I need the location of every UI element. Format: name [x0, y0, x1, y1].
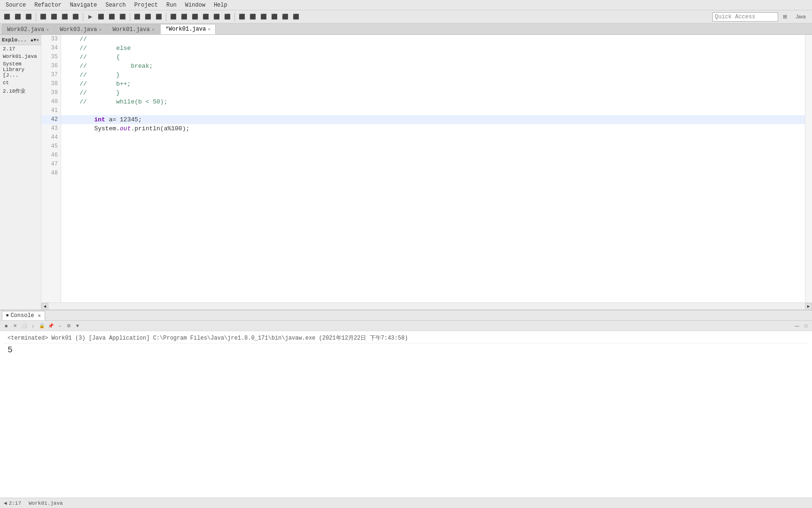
tab-work03-close[interactable]: ✕ [99, 27, 102, 32]
toolbar-btn-6[interactable]: ⬛ [60, 12, 70, 22]
code-line-36: // break; [61, 62, 805, 71]
toolbar-btn-19[interactable]: ⬛ [211, 12, 222, 22]
code-line-47 [61, 160, 805, 169]
tab-work01[interactable]: Work01.java ✕ [108, 24, 160, 34]
toolbar-btn-2[interactable]: ⬛ [13, 12, 23, 22]
toolbar-btn-17[interactable]: ⬛ [190, 12, 200, 22]
toolbar-btn-5[interactable]: ⬛ [49, 12, 59, 22]
vertical-scrollbar[interactable] [805, 35, 812, 302]
console-tab-bar: ■ Console ✕ [0, 310, 812, 321]
menu-run[interactable]: Run [163, 1, 180, 9]
toolbar-btn-20[interactable]: ⬛ [222, 12, 233, 22]
toolbar-btn-11[interactable]: ⬛ [117, 12, 128, 22]
console-btn-clear[interactable]: ⬜ [20, 322, 28, 330]
toolbar-btn-14[interactable]: ⬛ [154, 12, 164, 22]
tab-work02-close[interactable]: ✕ [46, 27, 49, 32]
tab-work01-close[interactable]: ✕ [152, 27, 155, 32]
toolbar-btn-26[interactable]: ⬛ [291, 12, 301, 22]
console-btn-minimize[interactable]: — [793, 322, 801, 330]
toolbar-btn-23[interactable]: ⬛ [258, 12, 269, 22]
menu-refactor[interactable]: Refactor [31, 1, 65, 9]
code-line-35: // { [61, 53, 805, 62]
code-line-45 [61, 142, 805, 151]
tab-work01-modified-close[interactable]: ✕ [208, 26, 211, 32]
toolbar-btn-12[interactable]: ⬛ [132, 12, 142, 22]
code-line-37: // } [61, 71, 805, 79]
console-btn-scroll[interactable]: ↓ [29, 322, 37, 330]
toolbar-sep-2 [83, 13, 83, 21]
sidebar-item-homework[interactable]: 2.16作业 [0, 87, 41, 95]
line-43: 43 [41, 124, 61, 133]
line-45: 45 [41, 142, 61, 151]
sidebar-item-ct[interactable]: ct [0, 79, 41, 87]
toolbar-btn-24[interactable]: ⬛ [269, 12, 280, 22]
console-btn-next[interactable]: → [55, 322, 64, 330]
tab-work01-modified[interactable]: *Work01.java ✕ [160, 24, 216, 34]
console-output[interactable]: <terminated> Work01 (3) [Java Applicatio… [0, 331, 812, 498]
status-file: Work01.java [29, 500, 63, 506]
toolbar: ⬛ ⬛ ⬛ ⬛ ⬛ ⬛ ⬛ ▶ ⬛ ⬛ ⬛ ⬛ ⬛ ⬛ ⬛ ⬛ ⬛ ⬛ ⬛ ⬛ … [0, 10, 812, 24]
console-tab[interactable]: ■ Console ✕ [2, 311, 45, 320]
console-btn-pin[interactable]: 📌 [47, 322, 55, 330]
toolbar-btn-13[interactable]: ⬛ [143, 12, 153, 22]
toolbar-btn-10[interactable]: ⬛ [107, 12, 117, 22]
sidebar-header: Explo... ▲▼✕ [0, 35, 41, 45]
console-status-line: <terminated> Work01 (3) [Java Applicatio… [4, 333, 808, 343]
menu-navigate[interactable]: Navigate [66, 1, 101, 9]
toolbar-btn-9[interactable]: ⬛ [96, 12, 106, 22]
toolbar-btn-25[interactable]: ⬛ [280, 12, 290, 22]
menu-help[interactable]: Help [210, 1, 231, 9]
toolbar-btn-18[interactable]: ⬛ [201, 12, 211, 22]
code-container[interactable]: 33 34 35 36 37 38 39 40 41 42 43 44 45 4… [41, 35, 812, 302]
console-tab-close[interactable]: ✕ [38, 313, 41, 318]
code-line-44 [61, 133, 805, 142]
tab-work03[interactable]: Work03.java ✕ [55, 24, 107, 34]
sidebar-ct-label: ct [3, 80, 9, 86]
toolbar-layout-btn[interactable]: ⊞ [779, 12, 791, 22]
toolbar-btn-7[interactable]: ⬛ [70, 12, 81, 22]
toolbar-sep-5 [234, 13, 235, 21]
tab-work01-label: Work01.java [113, 26, 150, 33]
line-37: 37 [41, 71, 61, 79]
scroll-left-btn[interactable]: ◀ [41, 303, 48, 310]
quick-access-box[interactable]: Quick Access [712, 12, 778, 22]
scroll-right-btn[interactable]: ▶ [805, 303, 812, 310]
toolbar-btn-21[interactable]: ⬛ [237, 12, 247, 22]
sidebar-item-version[interactable]: 2.17 [0, 45, 41, 53]
console-btn-settings[interactable]: ⚙ [64, 322, 73, 330]
horizontal-scrollbar[interactable]: ◀ ▶ [41, 302, 812, 310]
menu-window[interactable]: Window [181, 1, 209, 9]
tab-work02[interactable]: Work02.java ✕ [2, 24, 54, 34]
toolbar-btn-3[interactable]: ⬛ [23, 12, 34, 22]
toolbar-btn-22[interactable]: ⬛ [248, 12, 258, 22]
toolbar-btn-15[interactable]: ⬛ [168, 12, 179, 22]
code-line-40: // while(b < 50); [61, 97, 805, 106]
status-position: ◀ 2:17 [4, 500, 21, 506]
menu-project[interactable]: Project [131, 1, 162, 9]
sidebar-item-syslibrary[interactable]: System Library [J... [0, 60, 41, 79]
menu-source[interactable]: Source [2, 1, 30, 9]
editor-console: Explo... ▲▼✕ 2.17 Work01.java System Lib… [0, 35, 812, 498]
code-line-41 [61, 106, 805, 115]
code-line-43: System.out.println(a%100); [61, 124, 805, 133]
sidebar-controls[interactable]: ▲▼✕ [31, 37, 39, 43]
scroll-track[interactable] [48, 303, 805, 310]
console-btn-menu[interactable]: ▼ [73, 322, 82, 330]
console-btn-maximize[interactable]: □ [802, 322, 810, 330]
console-btn-remove[interactable]: ✕ [11, 322, 19, 330]
sidebar-item-work01[interactable]: Work01.java [0, 53, 41, 60]
status-position-value: ◀ [4, 500, 7, 506]
toolbar-java-btn[interactable]: Java [791, 12, 810, 22]
console-btn-terminate[interactable]: ■ [2, 322, 10, 330]
toolbar-btn-8[interactable]: ▶ [85, 12, 95, 22]
menu-search[interactable]: Search [102, 1, 129, 9]
quick-access-label: Quick Access [715, 14, 755, 20]
toolbar-btn-16[interactable]: ⬛ [179, 12, 189, 22]
console-btn-lock[interactable]: 🔒 [38, 322, 46, 330]
toolbar-btn-1[interactable]: ⬛ [2, 12, 12, 22]
menu-bar: Source Refactor Navigate Search Project … [0, 0, 812, 10]
code-content[interactable]: // // else // { // break; // } // b++; /… [61, 35, 805, 302]
toolbar-btn-4[interactable]: ⬛ [38, 12, 48, 22]
editor-area[interactable]: 33 34 35 36 37 38 39 40 41 42 43 44 45 4… [41, 35, 812, 310]
sidebar-homework-label: 2.16作业 [3, 88, 25, 94]
